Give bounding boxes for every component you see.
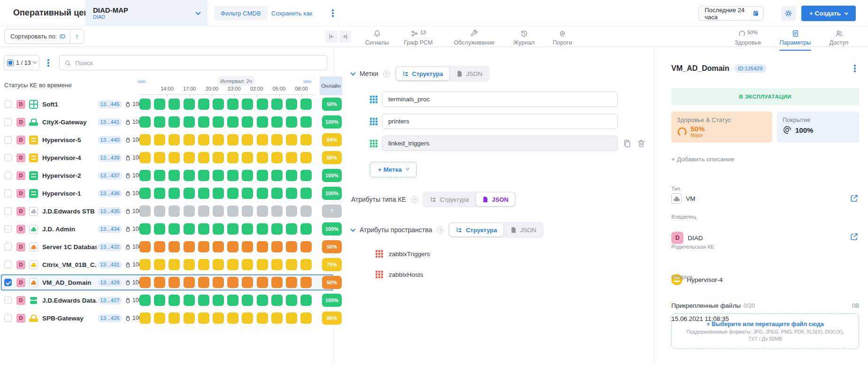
status-cell[interactable]: [213, 312, 224, 324]
chevron-down-icon[interactable]: [350, 70, 355, 76]
status-cell[interactable]: [300, 223, 312, 235]
list-item[interactable]: DVM_AD_Domain13...429100%50%: [1, 274, 333, 290]
status-cell[interactable]: [184, 277, 195, 288]
status-cell[interactable]: [213, 116, 224, 128]
trash-icon[interactable]: [637, 139, 646, 148]
add-description-link[interactable]: + Добавить описание: [671, 156, 859, 163]
status-cell[interactable]: [242, 295, 253, 306]
list-item[interactable]: DJ.D.Edwards Data...13...427100%100%: [1, 292, 333, 308]
status-cell[interactable]: [184, 241, 195, 252]
status-cell[interactable]: [257, 205, 268, 217]
coverage-card[interactable]: Покрытие 100%: [777, 112, 859, 143]
status-cell[interactable]: [257, 134, 268, 145]
status-cell[interactable]: [184, 259, 195, 270]
selection-dropdown[interactable]: 1 / 13: [4, 55, 39, 70]
row-checkbox[interactable]: [4, 225, 12, 233]
status-cell[interactable]: [198, 170, 209, 181]
list-kebab-icon[interactable]: [44, 57, 53, 68]
help-icon[interactable]: ?: [437, 227, 444, 234]
list-item[interactable]: DSPB-Gateway13...426100%86%: [1, 310, 333, 326]
status-cell[interactable]: [169, 152, 180, 163]
status-cell[interactable]: [184, 170, 195, 181]
status-cell[interactable]: [139, 99, 151, 110]
status-cell[interactable]: [300, 241, 312, 252]
status-cell[interactable]: [257, 223, 268, 235]
status-cell[interactable]: [242, 277, 253, 288]
status-cell[interactable]: [300, 259, 312, 270]
structure-toggle[interactable]: Структура: [424, 193, 475, 206]
status-cell[interactable]: [213, 259, 224, 270]
status-cell[interactable]: [227, 312, 238, 324]
list-item[interactable]: DHypervisor-413...439100%88%: [1, 150, 333, 166]
status-cell[interactable]: [286, 312, 297, 324]
status-cell[interactable]: [213, 99, 224, 110]
item-name[interactable]: J.D.Edwards STB ...: [42, 208, 97, 215]
status-cell[interactable]: [242, 223, 253, 235]
search-input[interactable]: [75, 60, 322, 67]
tab-history[interactable]: Журнал: [507, 30, 541, 46]
status-cell[interactable]: [286, 152, 297, 163]
status-cell[interactable]: [300, 134, 312, 145]
list-item[interactable]: DJ.D.Edwards STB ...13...435100%?: [1, 203, 333, 219]
list-item[interactable]: DJ.D. Admin13...434100%100%: [1, 221, 333, 237]
item-name[interactable]: CityX-Gateway: [42, 119, 97, 126]
status-cell[interactable]: [227, 241, 238, 252]
status-cell[interactable]: [227, 295, 238, 306]
status-cell[interactable]: [286, 134, 297, 145]
external-link-icon[interactable]: [849, 232, 859, 242]
status-cell[interactable]: [169, 170, 180, 181]
status-cell[interactable]: [286, 188, 297, 199]
status-cell[interactable]: [286, 223, 297, 235]
status-cell[interactable]: [242, 116, 253, 128]
status-cell[interactable]: [154, 170, 165, 181]
row-checkbox[interactable]: [4, 243, 12, 251]
status-cell[interactable]: [198, 134, 209, 145]
item-id-badge[interactable]: 13...445: [98, 100, 122, 108]
status-cell[interactable]: [139, 134, 151, 145]
sort-direction-button[interactable]: ↑: [70, 32, 84, 40]
status-cell[interactable]: [300, 277, 312, 288]
item-id-badge[interactable]: 13...432: [98, 243, 122, 251]
status-cell[interactable]: [198, 277, 209, 288]
status-cell[interactable]: [271, 170, 283, 181]
status-cell[interactable]: [169, 223, 180, 235]
status-cell[interactable]: [300, 205, 312, 217]
header-kebab-icon[interactable]: [329, 8, 337, 19]
status-cell[interactable]: [154, 295, 165, 306]
status-cell[interactable]: [213, 205, 224, 217]
structure-toggle[interactable]: Структура: [450, 223, 503, 236]
row-checkbox[interactable]: [4, 261, 12, 268]
status-cell[interactable]: [271, 312, 283, 324]
status-cell[interactable]: [257, 277, 268, 288]
row-checkbox[interactable]: [4, 118, 12, 126]
status-cell[interactable]: [169, 134, 180, 145]
status-cell[interactable]: [184, 152, 195, 163]
status-cell[interactable]: [286, 116, 297, 128]
status-cell[interactable]: [257, 241, 268, 252]
json-toggle[interactable]: JSON: [504, 223, 543, 236]
item-name[interactable]: Hypervisor-4: [42, 154, 97, 161]
status-cell[interactable]: [184, 116, 195, 128]
status-cell[interactable]: [198, 241, 209, 252]
section-title[interactable]: Атрибуты пространства: [360, 226, 432, 234]
status-cell[interactable]: [271, 277, 283, 288]
status-cell[interactable]: [286, 170, 297, 181]
status-cell[interactable]: [154, 188, 165, 199]
status-cell[interactable]: [286, 295, 297, 306]
label-value-input[interactable]: printers: [382, 114, 618, 129]
time-range-picker[interactable]: Последние 24 часа: [699, 6, 763, 21]
status-cell[interactable]: [300, 188, 312, 199]
item-id-badge[interactable]: 13...440: [98, 136, 122, 144]
sort-field[interactable]: ID: [59, 33, 70, 40]
tab-bell[interactable]: Сигналы: [362, 30, 392, 46]
status-cell[interactable]: [227, 223, 238, 235]
status-cell[interactable]: [184, 188, 195, 199]
help-icon[interactable]: ?: [383, 70, 390, 77]
status-cell[interactable]: [154, 259, 165, 270]
item-name[interactable]: Hypervisor-5: [42, 137, 97, 144]
status-cell[interactable]: [184, 134, 195, 145]
file-dropzone[interactable]: + Выберите или перетащите файл сюда Подд…: [671, 313, 859, 349]
label-value-input[interactable]: linked_triggers: [382, 136, 618, 151]
status-cell[interactable]: [154, 134, 165, 145]
row-checkbox[interactable]: [4, 172, 12, 179]
